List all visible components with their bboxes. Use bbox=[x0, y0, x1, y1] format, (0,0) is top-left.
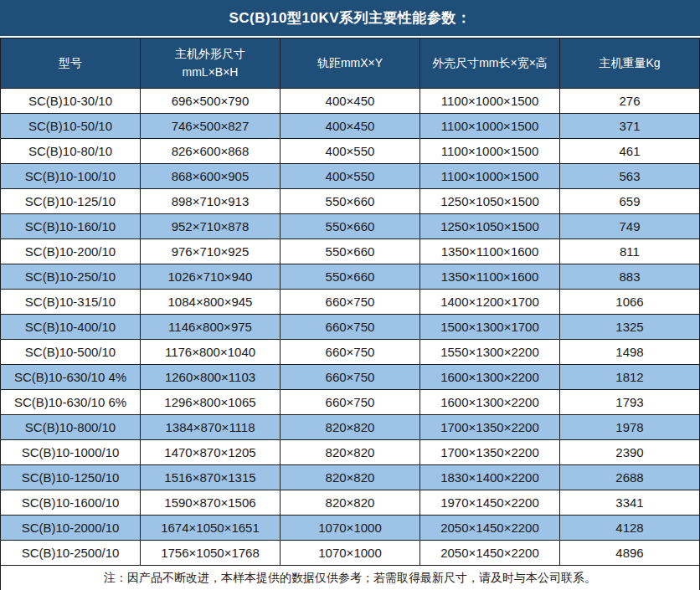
cell-shell-dimensions: 1600×1300×2200 bbox=[420, 390, 560, 415]
cell-host-dimensions: 1590×870×1506 bbox=[141, 490, 281, 516]
cell-rail-gauge: 550×660 bbox=[281, 264, 420, 290]
cell-model: SC(B)10-125/10 bbox=[1, 189, 141, 214]
cell-host-dimensions: 868×600×905 bbox=[141, 164, 281, 189]
spec-table: 型号 主机外形尺寸 mmL×B×H 轨距mmX×Y 外壳尺寸mm长×宽×高 主机… bbox=[0, 38, 700, 590]
table-row: SC(B)10-315/101084×800×945660×7501400×12… bbox=[1, 290, 700, 315]
table-body: SC(B)10-30/10696×500×790400×4501100×1000… bbox=[1, 89, 700, 566]
cell-model: SC(B)10-1000/10 bbox=[1, 440, 141, 465]
cell-shell-dimensions: 1500×1300×1700 bbox=[420, 315, 560, 340]
table-row: SC(B)10-1000/101470×870×1205820×8201700×… bbox=[1, 440, 700, 465]
cell-host-dimensions: 826×600×868 bbox=[141, 139, 281, 164]
cell-model: SC(B)10-800/10 bbox=[1, 415, 141, 440]
cell-weight: 3341 bbox=[560, 490, 700, 516]
cell-weight: 1498 bbox=[560, 340, 700, 365]
cell-host-dimensions: 952×710×878 bbox=[141, 214, 281, 239]
cell-rail-gauge: 1070×1000 bbox=[281, 541, 420, 566]
cell-shell-dimensions: 1350×1100×1600 bbox=[420, 239, 560, 264]
cell-shell-dimensions: 1100×1000×1500 bbox=[420, 164, 560, 189]
cell-rail-gauge: 660×750 bbox=[281, 290, 420, 315]
cell-shell-dimensions: 1830×1400×2200 bbox=[420, 465, 560, 490]
cell-host-dimensions: 1026×710×940 bbox=[141, 264, 281, 290]
cell-model: SC(B)10-250/10 bbox=[1, 264, 141, 290]
column-header-shell-dimensions: 外壳尺寸mm长×宽×高 bbox=[420, 38, 560, 89]
cell-weight: 1978 bbox=[560, 415, 700, 440]
cell-model: SC(B)10-80/10 bbox=[1, 139, 141, 164]
cell-host-dimensions: 1260×800×1103 bbox=[141, 365, 281, 390]
cell-rail-gauge: 660×750 bbox=[281, 365, 420, 390]
cell-shell-dimensions: 1400×1200×1700 bbox=[420, 290, 560, 315]
cell-model: SC(B)10-2500/10 bbox=[1, 541, 141, 566]
cell-rail-gauge: 660×750 bbox=[281, 390, 420, 415]
cell-host-dimensions: 1756×1050×1768 bbox=[141, 541, 281, 566]
cell-weight: 4896 bbox=[560, 541, 700, 566]
column-header-weight: 主机重量Kg bbox=[560, 38, 700, 89]
cell-weight: 1812 bbox=[560, 365, 700, 390]
table-row: SC(B)10-1600/101590×870×1506820×8201970×… bbox=[1, 490, 700, 516]
cell-weight: 276 bbox=[560, 89, 700, 114]
cell-host-dimensions: 1084×800×945 bbox=[141, 290, 281, 315]
cell-rail-gauge: 660×750 bbox=[281, 315, 420, 340]
cell-shell-dimensions: 1700×1350×2200 bbox=[420, 440, 560, 465]
cell-rail-gauge: 550×660 bbox=[281, 214, 420, 239]
cell-rail-gauge: 820×820 bbox=[281, 490, 420, 516]
cell-host-dimensions: 696×500×790 bbox=[141, 89, 281, 114]
cell-weight: 1325 bbox=[560, 315, 700, 340]
cell-host-dimensions: 1296×800×1065 bbox=[141, 390, 281, 415]
cell-weight: 1066 bbox=[560, 290, 700, 315]
cell-rail-gauge: 1070×1000 bbox=[281, 516, 420, 541]
table-note: 注：因产品不断改进，本样本提供的数据仅供参考；若需取得最新尺寸，请及时与本公司联… bbox=[1, 566, 700, 590]
cell-shell-dimensions: 1600×1300×2200 bbox=[420, 365, 560, 390]
cell-host-dimensions: 898×710×913 bbox=[141, 189, 281, 214]
cell-host-dimensions: 1516×870×1315 bbox=[141, 465, 281, 490]
cell-shell-dimensions: 1100×1000×1500 bbox=[420, 114, 560, 139]
table-row: SC(B)10-80/10826×600×868400×5501100×1000… bbox=[1, 139, 700, 164]
table-row: SC(B)10-125/10898×710×913550×6601250×105… bbox=[1, 189, 700, 214]
cell-model: SC(B)10-2000/10 bbox=[1, 516, 141, 541]
cell-shell-dimensions: 1100×1000×1500 bbox=[420, 139, 560, 164]
table-row: SC(B)10-30/10696×500×790400×4501100×1000… bbox=[1, 89, 700, 114]
cell-shell-dimensions: 1250×1050×1500 bbox=[420, 189, 560, 214]
table-row: SC(B)10-630/10 6%1296×800×1065660×750160… bbox=[1, 390, 700, 415]
table-row: SC(B)10-100/10868×600×905400×5501100×100… bbox=[1, 164, 700, 189]
cell-weight: 563 bbox=[560, 164, 700, 189]
cell-rail-gauge: 400×550 bbox=[281, 164, 420, 189]
note-row: 注：因产品不断改进，本样本提供的数据仅供参考；若需取得最新尺寸，请及时与本公司联… bbox=[1, 566, 700, 590]
cell-model: SC(B)10-200/10 bbox=[1, 239, 141, 264]
cell-rail-gauge: 400×450 bbox=[281, 89, 420, 114]
table-row: SC(B)10-2000/101674×1050×16511070×100020… bbox=[1, 516, 700, 541]
table-row: SC(B)10-2500/101756×1050×17681070×100020… bbox=[1, 541, 700, 566]
cell-rail-gauge: 400×450 bbox=[281, 114, 420, 139]
cell-weight: 371 bbox=[560, 114, 700, 139]
cell-rail-gauge: 820×820 bbox=[281, 415, 420, 440]
cell-weight: 2390 bbox=[560, 440, 700, 465]
cell-model: SC(B)10-1250/10 bbox=[1, 465, 141, 490]
cell-host-dimensions: 1470×870×1205 bbox=[141, 440, 281, 465]
column-header-model: 型号 bbox=[1, 38, 141, 89]
column-header-host-dimensions: 主机外形尺寸 mmL×B×H bbox=[141, 38, 281, 89]
cell-model: SC(B)10-160/10 bbox=[1, 214, 141, 239]
table-row: SC(B)10-160/10952×710×878550×6601250×105… bbox=[1, 214, 700, 239]
cell-shell-dimensions: 1250×1050×1500 bbox=[420, 214, 560, 239]
cell-host-dimensions: 976×710×925 bbox=[141, 239, 281, 264]
cell-weight: 1793 bbox=[560, 390, 700, 415]
header-row: 型号 主机外形尺寸 mmL×B×H 轨距mmX×Y 外壳尺寸mm长×宽×高 主机… bbox=[1, 38, 700, 89]
cell-weight: 461 bbox=[560, 139, 700, 164]
cell-rail-gauge: 550×660 bbox=[281, 189, 420, 214]
cell-rail-gauge: 660×750 bbox=[281, 340, 420, 365]
cell-weight: 811 bbox=[560, 239, 700, 264]
cell-rail-gauge: 400×550 bbox=[281, 139, 420, 164]
cell-rail-gauge: 550×660 bbox=[281, 239, 420, 264]
table-row: SC(B)10-630/10 4%1260×800×1103660×750160… bbox=[1, 365, 700, 390]
cell-shell-dimensions: 1350×1100×1600 bbox=[420, 264, 560, 290]
cell-shell-dimensions: 1970×1450×2200 bbox=[420, 490, 560, 516]
cell-weight: 4128 bbox=[560, 516, 700, 541]
cell-weight: 749 bbox=[560, 214, 700, 239]
table-row: SC(B)10-250/101026×710×940550×6601350×11… bbox=[1, 264, 700, 290]
spec-sheet: SC(B)10型10KV系列主要性能参数： 型号 主机外形尺寸 mmL×B×H … bbox=[0, 0, 700, 590]
cell-shell-dimensions: 1700×1350×2200 bbox=[420, 415, 560, 440]
cell-model: SC(B)10-30/10 bbox=[1, 89, 141, 114]
table-row: SC(B)10-200/10976×710×925550×6601350×110… bbox=[1, 239, 700, 264]
cell-model: SC(B)10-1600/10 bbox=[1, 490, 141, 516]
cell-model: SC(B)10-500/10 bbox=[1, 340, 141, 365]
cell-weight: 659 bbox=[560, 189, 700, 214]
